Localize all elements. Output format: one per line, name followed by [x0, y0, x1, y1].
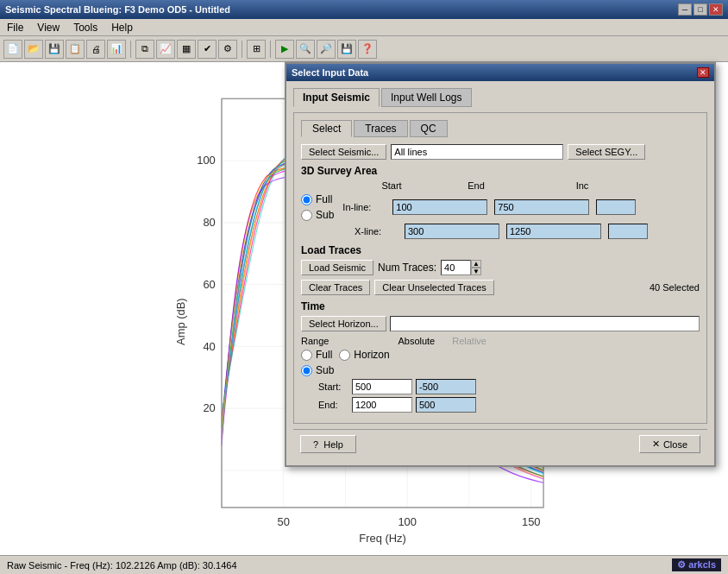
copy-button[interactable]: ⧉ [135, 40, 154, 59]
survey-headers: Start End Inc [301, 180, 700, 191]
tab-input-seismic[interactable]: Input Seismic [293, 88, 380, 107]
full-radio2-row: Full [301, 349, 332, 361]
sub-label: Sub [316, 209, 334, 221]
full-radio[interactable] [301, 194, 312, 205]
separator-2 [242, 41, 242, 58]
full2-label: Full [316, 349, 332, 361]
full-radio2[interactable] [301, 350, 312, 361]
run-button[interactable]: ▶ [275, 40, 294, 59]
xline-start-input[interactable] [405, 224, 499, 239]
load-traces-label: Load Traces [301, 244, 700, 256]
chart-button[interactable]: 📈 [156, 40, 175, 59]
end-abs-input[interactable] [352, 397, 412, 413]
bar-button[interactable]: ▦ [177, 40, 196, 59]
end-rel-input[interactable] [416, 397, 476, 413]
svg-text:Amp (dB): Amp (dB) [174, 298, 187, 345]
absolute-label: Absolute [398, 336, 435, 346]
clear-traces-button[interactable]: Clear Traces [301, 280, 370, 295]
clear-traces-row: Clear Traces Clear Unselected Traces 40 … [301, 280, 700, 295]
status-text: Raw Seismic - Freq (Hz): 102.2126 Amp (d… [7, 560, 237, 571]
minimize-button[interactable]: ─ [678, 3, 692, 16]
tab-input-well-logs[interactable]: Input Well Logs [381, 88, 472, 107]
save-as-button[interactable]: 📋 [66, 40, 85, 59]
inner-tab-select[interactable]: Select [301, 120, 352, 137]
separator-3 [270, 41, 271, 58]
save-button[interactable]: 💾 [45, 40, 64, 59]
menu-file[interactable]: File [3, 21, 27, 35]
grid-button[interactable]: ⊞ [247, 40, 266, 59]
check-button[interactable]: ✔ [198, 40, 217, 59]
inline-inc-input[interactable] [596, 199, 636, 215]
sub-radio2[interactable] [301, 365, 312, 376]
end-label: End: [318, 400, 348, 410]
range-radio-row: Full Horizon [301, 349, 700, 361]
svg-text:40: 40 [203, 340, 215, 353]
range-section: Range Absolute Relative Full Horizon [301, 336, 700, 413]
help-button[interactable]: ? Help [300, 435, 356, 453]
svg-text:100: 100 [197, 154, 216, 167]
close-dialog-button[interactable]: ✕ Close [639, 435, 700, 453]
svg-text:100: 100 [398, 515, 417, 528]
time-section-label: Time [301, 300, 700, 312]
xline-inc-input[interactable] [608, 224, 648, 239]
maximize-button[interactable]: □ [693, 3, 707, 16]
start-rel-input[interactable] [416, 379, 476, 394]
export-button[interactable]: 📊 [107, 40, 126, 59]
select-seismic-button[interactable]: Select Seismic... [301, 144, 386, 160]
main-panel: Select Traces QC Select Seismic... Selec… [293, 112, 707, 424]
num-traces-input[interactable] [441, 260, 471, 275]
header-end: End [424, 180, 528, 191]
select-horizon-button[interactable]: Select Horizon... [301, 316, 386, 331]
sub-radio2-row: Sub [301, 364, 700, 376]
xline-end-input[interactable] [506, 224, 601, 239]
sub-radio-row: Sub [301, 209, 334, 221]
dialog-body: Input Seismic Input Well Logs Select Tra… [286, 81, 714, 465]
start-row: Start: [318, 379, 700, 394]
horizon-label: Horizon [354, 349, 389, 361]
inner-tab-qc[interactable]: QC [410, 120, 448, 137]
open-button[interactable]: 📂 [24, 40, 43, 59]
inline-start-input[interactable] [392, 199, 487, 215]
help-icon: ? [313, 439, 318, 450]
zoom-in-button[interactable]: 🔍 [296, 40, 315, 59]
survey-section-label: 3D Survey Area [301, 165, 700, 177]
clear-unselected-button[interactable]: Clear Unselected Traces [374, 280, 493, 295]
dialog-title-bar: Select Input Data ✕ [286, 64, 714, 81]
selected-count: 40 Selected [650, 282, 700, 293]
select-segy-button[interactable]: Select SEGY... [568, 144, 645, 160]
horizon-radio[interactable] [339, 350, 350, 361]
help-toolbar-button[interactable]: ❓ [358, 40, 377, 59]
num-traces-spinner: ▲ ▼ [441, 260, 481, 275]
menu-help[interactable]: Help [108, 21, 136, 35]
close-button[interactable]: ✕ [709, 3, 723, 16]
menu-tools[interactable]: Tools [70, 21, 101, 35]
settings-button[interactable]: ⚙ [218, 40, 237, 59]
load-seismic-button[interactable]: Load Seismic [301, 260, 373, 275]
end-row: End: [318, 397, 700, 413]
sub-radio[interactable] [301, 210, 312, 221]
main-tab-group: Input Seismic Input Well Logs [293, 88, 707, 107]
seismic-value-input[interactable] [391, 144, 563, 160]
select-input-dialog: Select Input Data ✕ Input Seismic Input … [285, 62, 716, 467]
inner-tab-traces[interactable]: Traces [354, 120, 407, 137]
header-inc: Inc [530, 180, 634, 191]
window-title: Seismic Spectral Blueing: F3 Demo OD5 - … [5, 4, 230, 15]
menu-bar: File View Tools Help [0, 19, 728, 36]
xline-row: X-line: [301, 224, 700, 239]
menu-view[interactable]: View [34, 21, 63, 35]
spin-up-button[interactable]: ▲ [471, 260, 481, 268]
full-radio-row: Full [301, 193, 334, 205]
start-label: Start: [318, 382, 348, 392]
dialog-close-icon[interactable]: ✕ [697, 67, 709, 78]
start-abs-input[interactable] [352, 379, 412, 394]
sub2-radio-row: Sub [301, 364, 334, 376]
zoom-out-button[interactable]: 🔎 [317, 40, 336, 59]
print-button[interactable]: 🖨 [86, 40, 105, 59]
save2-button[interactable]: 💾 [337, 40, 356, 59]
svg-text:80: 80 [203, 216, 215, 229]
horizon-text-input[interactable] [390, 316, 700, 331]
inline-end-input[interactable] [494, 199, 589, 215]
spin-down-button[interactable]: ▼ [471, 268, 481, 275]
window-controls: ─ □ ✕ [678, 3, 723, 16]
new-button[interactable]: 📄 [3, 40, 22, 59]
